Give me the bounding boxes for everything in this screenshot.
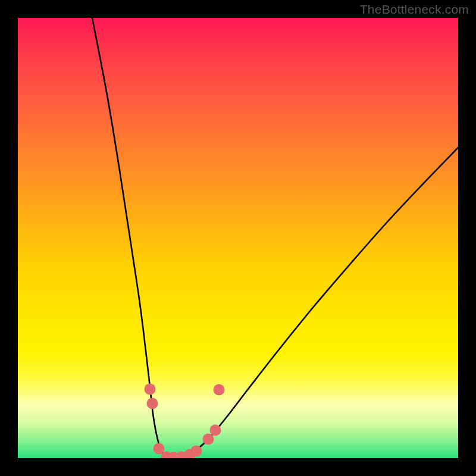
curve-right-curve	[174, 148, 458, 458]
marker-point	[191, 446, 202, 457]
marker-point	[145, 384, 156, 395]
plot-area	[18, 18, 458, 458]
marker-point	[147, 398, 158, 409]
marker-point	[203, 434, 214, 445]
marker-point	[214, 384, 225, 396]
curve-left-curve	[92, 18, 174, 458]
watermark-text: TheBottleneck.com	[360, 2, 469, 17]
marker-point	[154, 443, 165, 455]
marker-point	[210, 425, 221, 436]
chart-frame: TheBottleneck.com	[0, 0, 476, 476]
marker-group	[145, 384, 225, 459]
curve-overlay	[18, 18, 458, 458]
